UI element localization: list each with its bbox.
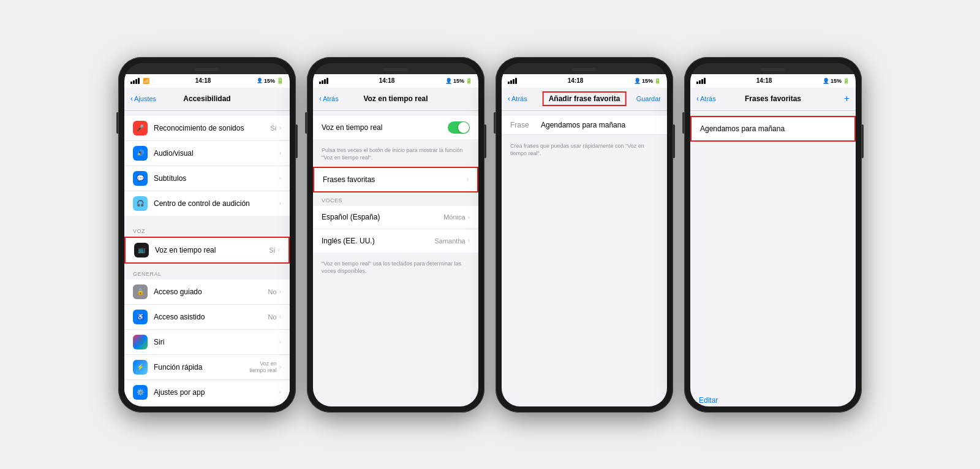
list-item-centro[interactable]: 🎧 Centro de control de audición › <box>124 191 290 216</box>
chevron-frases: › <box>467 176 469 183</box>
phone-frame-2: 14:18 👤 15% 🔋 ‹ Atrás Voz en ti <box>307 57 484 413</box>
chevron-centro: › <box>279 200 281 207</box>
toggle-switch[interactable] <box>448 121 470 134</box>
list-item-acceso-asistido[interactable]: ♿ Acceso asistido No › <box>124 305 290 330</box>
status-left-3 <box>508 78 517 84</box>
bar3-2 <box>324 79 326 84</box>
bar4-2 <box>326 78 328 84</box>
signal-bars-4 <box>696 78 706 84</box>
phone-screen-2: 14:18 👤 15% 🔋 ‹ Atrás Voz en ti <box>313 63 478 406</box>
label-subtitulos: Subtítulos <box>154 174 279 183</box>
frases-list-group: Frases favoritas › <box>314 168 477 191</box>
chevron-espanol: › <box>468 214 470 221</box>
status-bar-2: 14:18 👤 15% 🔋 <box>313 74 478 88</box>
list-item-funcion-rapida[interactable]: ⚡ Función rápida Voz entiempo real › <box>124 355 290 380</box>
camera-3 <box>663 67 667 72</box>
nav-plus-4[interactable]: + <box>844 93 850 104</box>
edit-container: Editar <box>699 394 718 405</box>
toggle-group: Voz en tiempo real <box>313 116 478 139</box>
phone-4: 14:18 👤 15% 🔋 ‹ Atrás Frases fa <box>684 57 862 413</box>
sensor-2 <box>313 68 316 71</box>
screen-3: 14:18 👤 15% 🔋 ‹ Atrás Añadir fr <box>502 74 667 406</box>
status-right-1: 👤 15% 🔋 <box>257 77 284 84</box>
status-bar-1: 📶 14:18 👤 15% 🔋 <box>124 74 290 88</box>
speaker-1 <box>194 68 219 71</box>
battery-2: 15% <box>453 78 464 84</box>
nav-back-label-4[interactable]: Atrás <box>700 95 716 102</box>
nav-back-1[interactable]: ‹ Ajustes <box>130 94 156 103</box>
voces-label: VOCES <box>322 197 342 204</box>
toggle-hint: Pulsa tres veces el botón de inicio para… <box>313 144 478 167</box>
edit-link[interactable]: Editar <box>699 396 718 405</box>
toggle-item[interactable]: Voz en tiempo real <box>313 116 478 139</box>
content-1: 🎤 Reconocimiento de sonidos Sí › 🔊 <box>124 111 290 406</box>
nav-back-2[interactable]: ‹ Atrás <box>319 94 339 103</box>
chevron-acceso-asistido: › <box>279 313 281 320</box>
phrase-text: Agendamos para mañana <box>700 124 846 133</box>
list-item-reconocimiento[interactable]: 🎤 Reconocimiento de sonidos Sí › <box>124 116 290 141</box>
list-item-subtitulos[interactable]: 💬 Subtítulos › <box>124 166 290 191</box>
label-funcion: Función rápida <box>154 363 249 372</box>
sensor-3 <box>502 68 505 71</box>
time-4: 14:18 <box>756 77 772 84</box>
speaker-3 <box>571 68 596 71</box>
chevron-left-4: ‹ <box>696 94 699 103</box>
label-ajustes-app: Ajustes por app <box>154 388 279 397</box>
phrase-list-group: Agendamos para mañana <box>692 117 854 140</box>
status-bar-4: 14:18 👤 15% 🔋 <box>690 74 856 88</box>
label-audiovisual: Audio/visual <box>154 149 279 158</box>
content-2: Voz en tiempo real Pulsa tres veces el b… <box>313 111 478 406</box>
time-2: 14:18 <box>379 77 395 84</box>
nav-back-label-1[interactable]: Ajustes <box>134 95 156 102</box>
status-right-3: 👤 15% 🔋 <box>634 78 661 84</box>
bar4-3 <box>515 78 517 84</box>
frases-item[interactable]: Frases favoritas › <box>314 168 477 191</box>
icon-funcion: ⚡ <box>133 360 148 375</box>
label-voz: Voz en tiempo real <box>155 246 269 254</box>
time-1: 14:18 <box>195 77 211 84</box>
sensor-1 <box>124 68 127 71</box>
frase-input-row[interactable]: Frase Agendamos para mañana <box>502 116 667 135</box>
bar3 <box>135 79 137 84</box>
nav-back-3[interactable]: ‹ Atrás <box>508 94 527 103</box>
general-list-group: 🔒 Acceso guiado No › ♿ Acceso asisti <box>124 280 290 405</box>
icon-acceso-asistido: ♿ <box>133 310 148 324</box>
frase-label: Frase <box>510 121 541 129</box>
nav-back-4[interactable]: ‹ Atrás <box>696 94 716 103</box>
value-espanol: Mónica <box>443 213 465 221</box>
bar4 <box>138 78 140 84</box>
nav-title-1: Accesibilidad <box>183 94 230 103</box>
list-item-ajustes-app[interactable]: ⚙️ Ajustes por app › <box>124 380 290 405</box>
nav-save-3[interactable]: Guardar <box>636 95 661 102</box>
frase-input-group: Frase Agendamos para mañana <box>502 116 667 135</box>
frase-value[interactable]: Agendamos para mañana <box>541 121 658 129</box>
voces-section-header: VOCES <box>313 193 478 206</box>
phrase-item[interactable]: Agendamos para mañana <box>692 117 854 140</box>
list-item-ingles[interactable]: Inglés (EE. UU.) Samantha › <box>313 229 478 253</box>
voz-list-group: 📺 Voz en tiempo real Sí › <box>126 238 288 262</box>
value-acceso-asistido: No <box>268 313 277 321</box>
chevron-ingles: › <box>468 237 470 244</box>
value-reconocimiento: Sí <box>270 124 276 132</box>
battery-icon-1: 🔋 <box>276 77 284 84</box>
icon-reconocimiento: 🎤 <box>133 121 148 135</box>
icon-voz: 📺 <box>134 243 149 257</box>
content-4: Agendamos para mañana Editar <box>690 111 856 406</box>
chevron-funcion: › <box>279 364 281 370</box>
list-item-voz[interactable]: 📺 Voz en tiempo real Sí › <box>126 238 288 262</box>
speaker-2 <box>383 68 407 71</box>
list-item-siri[interactable]: 🎵 Siri › <box>124 330 290 355</box>
list-item-espanol[interactable]: Español (España) Mónica › <box>313 206 478 229</box>
phone-screen-3: 14:18 👤 15% 🔋 ‹ Atrás Añadir fr <box>502 63 667 406</box>
bar3-3 <box>513 79 514 84</box>
list-item-audiovisual[interactable]: 🔊 Audio/visual › <box>124 141 290 166</box>
label-centro: Centro de control de audición <box>154 199 279 208</box>
phone-frame-3: 14:18 👤 15% 🔋 ‹ Atrás Añadir fr <box>496 57 673 413</box>
bar2-4 <box>699 80 701 84</box>
list-item-acceso-guiado[interactable]: 🔒 Acceso guiado No › <box>124 280 290 305</box>
phrase-highlight-wrapper: Agendamos para mañana <box>690 116 856 142</box>
nav-back-label-2[interactable]: Atrás <box>323 95 339 102</box>
nav-bar-1: ‹ Ajustes Accesibilidad <box>124 88 290 111</box>
nav-back-label-3[interactable]: Atrás <box>511 95 527 102</box>
speaker-4 <box>760 68 785 71</box>
